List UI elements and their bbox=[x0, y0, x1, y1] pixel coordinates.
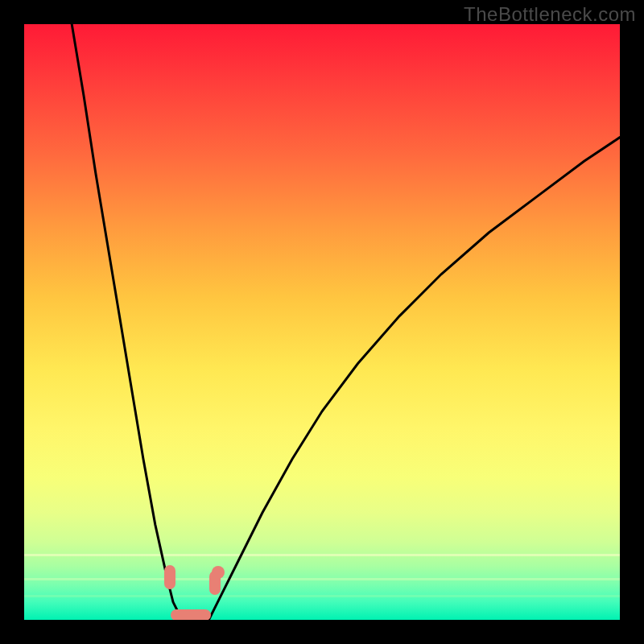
watermark-text: TheBottleneck.com bbox=[464, 3, 636, 26]
data-marker bbox=[164, 565, 175, 589]
chart-frame: TheBottleneck.com bbox=[0, 0, 644, 644]
bottleneck-curve bbox=[24, 24, 620, 620]
data-marker bbox=[212, 566, 225, 579]
curve-right-arm bbox=[208, 138, 620, 620]
plot-area bbox=[24, 24, 620, 620]
data-marker bbox=[171, 609, 211, 620]
curve-left-arm bbox=[72, 24, 182, 620]
